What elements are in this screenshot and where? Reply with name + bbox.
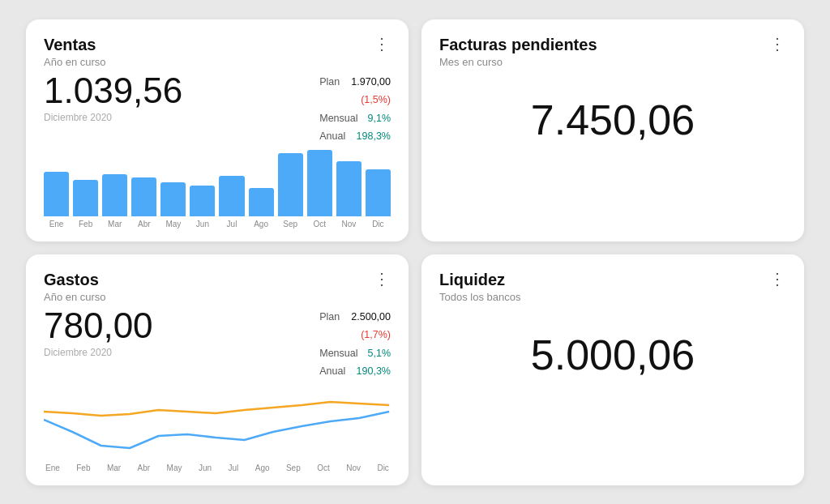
gastos-label-may: May (167, 463, 182, 472)
ventas-stat-mensual-value: 9,1% (368, 109, 391, 128)
ventas-stat-mensual: Mensual 9,1% (319, 109, 391, 128)
bar-label-nov: Nov (341, 220, 356, 229)
bar-col-mar: Mar (102, 174, 127, 229)
gastos-label-mar: Mar (107, 463, 121, 472)
gastos-body: 780,00 Diciembre 2020 Plan 2.500,00 (1,7… (44, 308, 391, 381)
ventas-title: Ventas (44, 36, 106, 54)
ventas-bar-chart: EneFebMarAbrMayJunJulAgoSepOctNovDic (44, 156, 391, 229)
facturas-menu[interactable]: ⋮ (769, 36, 786, 52)
ventas-stat-anual-value: 198,3% (357, 127, 391, 146)
gastos-menu[interactable]: ⋮ (374, 271, 391, 287)
gastos-main-value: 780,00 (44, 308, 153, 344)
ventas-stat-plan-label: Plan (319, 73, 340, 92)
facturas-title-block: Facturas pendientes Mes en curso (439, 36, 597, 68)
bar-label-mar: Mar (108, 220, 122, 229)
gastos-header: Gastos Año en curso ⋮ (44, 271, 391, 303)
gastos-stats: Plan 2.500,00 (1,7%) Mensual 5,1% Anual … (319, 308, 391, 381)
bar-label-ene: Ene (49, 220, 64, 229)
bar-sep (278, 153, 303, 216)
bar-jun (190, 186, 215, 216)
ventas-title-block: Ventas Año en curso (44, 36, 106, 68)
bar-oct (307, 150, 332, 216)
gastos-stat-mensual: Mensual 5,1% (319, 344, 391, 363)
gastos-label-jul: Jul (228, 463, 238, 472)
ventas-subtitle: Año en curso (44, 56, 106, 68)
ventas-main-value: 1.039,56 (44, 73, 182, 109)
gastos-line-svg (44, 387, 391, 460)
bar-ene (44, 172, 69, 216)
gastos-date: Diciembre 2020 (44, 347, 153, 358)
gastos-stat-anual-label: Anual (319, 362, 345, 381)
ventas-card: Ventas Año en curso ⋮ 1.039,56 Diciembre… (26, 19, 409, 241)
bar-may (160, 182, 186, 216)
bar-col-nov: Nov (336, 161, 362, 229)
ventas-chart: EneFebMarAbrMayJunJulAgoSepOctNovDic (44, 156, 391, 229)
ventas-stats: Plan 1.970,00 (1,5%) Mensual 9,1% Anual … (319, 73, 391, 146)
gastos-stat-mensual-label: Mensual (319, 344, 357, 363)
ventas-header: Ventas Año en curso ⋮ (44, 36, 391, 68)
liquidez-subtitle: Todos los bancos (439, 291, 520, 303)
gastos-stat-anual-value: 190,3% (357, 362, 391, 381)
gastos-title: Gastos (44, 271, 106, 289)
gastos-value-block: 780,00 Diciembre 2020 (44, 308, 153, 358)
gastos-label-abr: Abr (138, 463, 151, 472)
bar-col-ene: Ene (44, 172, 69, 229)
gastos-label-ago: Ago (255, 463, 270, 472)
bar-col-jun: Jun (190, 186, 215, 229)
bar-mar (102, 174, 127, 216)
ventas-stat-plan-pct-value: (1,5%) (361, 91, 391, 109)
ventas-value-block: 1.039,56 Diciembre 2020 (44, 73, 182, 123)
gastos-label-feb: Feb (76, 463, 90, 472)
gastos-title-block: Gastos Año en curso (44, 271, 106, 303)
ventas-stat-mensual-label: Mensual (319, 109, 357, 128)
liquidez-header: Liquidez Todos los bancos ⋮ (439, 271, 786, 303)
bar-label-sep: Sep (283, 220, 297, 229)
bar-col-oct: Oct (307, 150, 332, 229)
bar-label-may: May (165, 220, 181, 229)
gastos-stat-plan-pct-value: (1,7%) (361, 326, 391, 344)
ventas-stat-plan-pct: (1,5%) (319, 91, 391, 109)
bar-col-feb: Feb (73, 180, 98, 229)
liquidez-menu[interactable]: ⋮ (769, 271, 786, 287)
ventas-stat-plan: Plan 1.970,00 (319, 73, 391, 92)
gastos-x-labels: Ene Feb Mar Abr May Jun Jul Ago Sep Oct … (44, 463, 391, 472)
gastos-label-sep: Sep (286, 463, 301, 472)
facturas-card: Facturas pendientes Mes en curso ⋮ 7.450… (421, 19, 804, 241)
bar-col-sep: Sep (278, 153, 303, 229)
liquidez-title-block: Liquidez Todos los bancos (439, 271, 520, 303)
gastos-stat-plan-pct: (1,7%) (319, 326, 391, 344)
ventas-stat-anual: Anual 198,3% (319, 127, 391, 146)
bar-label-feb: Feb (79, 220, 92, 229)
facturas-subtitle: Mes en curso (439, 56, 597, 68)
ventas-date: Diciembre 2020 (44, 112, 182, 123)
facturas-title: Facturas pendientes (439, 36, 597, 54)
bar-feb (73, 180, 98, 216)
ventas-menu[interactable]: ⋮ (374, 36, 391, 52)
gastos-stat-plan: Plan 2.500,00 (319, 308, 391, 327)
bar-label-jul: Jul (227, 220, 237, 229)
bar-col-may: May (160, 182, 186, 229)
bar-label-abr: Abr (138, 220, 151, 229)
bar-abr (131, 177, 156, 216)
bar-label-jun: Jun (196, 220, 209, 229)
gastos-card: Gastos Año en curso ⋮ 780,00 Diciembre 2… (26, 254, 409, 485)
gastos-label-jun: Jun (199, 463, 212, 472)
gastos-stat-mensual-value: 5,1% (368, 344, 391, 363)
bar-label-ago: Ago (254, 220, 268, 229)
bar-dic (366, 169, 391, 216)
gastos-chart: Ene Feb Mar Abr May Jun Jul Ago Sep Oct … (44, 387, 391, 472)
bar-jul (219, 176, 244, 216)
gastos-stat-plan-label: Plan (319, 308, 340, 327)
gastos-label-oct: Oct (317, 463, 330, 472)
gastos-label-dic: Dic (377, 463, 388, 472)
gastos-stat-anual: Anual 190,3% (319, 362, 391, 381)
bar-label-dic: Dic (372, 220, 383, 229)
bar-col-dic: Dic (366, 169, 391, 229)
bar-col-abr: Abr (131, 177, 156, 229)
gastos-subtitle: Año en curso (44, 291, 106, 303)
gastos-label-nov: Nov (346, 463, 361, 472)
gastos-label-ene: Ene (45, 463, 60, 472)
bar-nov (336, 161, 362, 216)
gastos-stat-plan-value: 2.500,00 (351, 308, 391, 327)
bar-col-jul: Jul (219, 176, 244, 229)
